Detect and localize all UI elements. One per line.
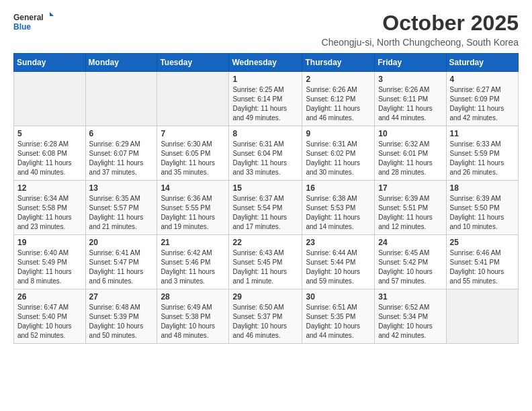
day-cell: 12Sunrise: 6:34 AM Sunset: 5:58 PM Dayli…: [14, 181, 86, 235]
day-info: Sunrise: 6:49 AM Sunset: 5:38 PM Dayligh…: [161, 303, 225, 340]
day-cell: 18Sunrise: 6:39 AM Sunset: 5:50 PM Dayli…: [446, 181, 518, 235]
day-info: Sunrise: 6:50 AM Sunset: 5:37 PM Dayligh…: [232, 303, 298, 340]
day-cell: 15Sunrise: 6:37 AM Sunset: 5:54 PM Dayli…: [229, 181, 302, 235]
day-number: 26: [17, 292, 82, 302]
day-info: Sunrise: 6:40 AM Sunset: 5:49 PM Dayligh…: [17, 248, 82, 286]
title-block: October 2025 Cheongju-si, North Chungche…: [322, 11, 519, 48]
day-cell: 7Sunrise: 6:30 AM Sunset: 6:05 PM Daylig…: [157, 126, 229, 181]
day-number: 28: [161, 292, 225, 302]
week-row-5: 26Sunrise: 6:47 AM Sunset: 5:40 PM Dayli…: [14, 289, 519, 344]
day-info: Sunrise: 6:31 AM Sunset: 6:02 PM Dayligh…: [306, 140, 371, 177]
day-info: Sunrise: 6:43 AM Sunset: 5:45 PM Dayligh…: [232, 248, 298, 286]
subtitle: Cheongju-si, North Chungcheong, South Ko…: [322, 37, 519, 48]
header-row: SundayMondayTuesdayWednesdayThursdayFrid…: [14, 54, 519, 72]
day-number: 18: [450, 183, 515, 193]
day-cell: [85, 72, 157, 126]
day-number: 27: [89, 292, 154, 302]
day-number: 9: [306, 129, 371, 138]
day-cell: 13Sunrise: 6:35 AM Sunset: 5:57 PM Dayli…: [85, 181, 157, 235]
day-info: Sunrise: 6:47 AM Sunset: 5:40 PM Dayligh…: [17, 303, 82, 340]
day-number: 25: [450, 238, 515, 247]
day-info: Sunrise: 6:28 AM Sunset: 6:08 PM Dayligh…: [17, 140, 82, 177]
calendar-header: SundayMondayTuesdayWednesdayThursdayFrid…: [14, 54, 519, 72]
day-number: 10: [378, 129, 442, 138]
col-header-friday: Friday: [375, 54, 446, 72]
day-number: 15: [232, 183, 298, 193]
col-header-monday: Monday: [85, 54, 157, 72]
day-info: Sunrise: 6:27 AM Sunset: 6:09 PM Dayligh…: [450, 85, 515, 123]
day-cell: 19Sunrise: 6:40 AM Sunset: 5:49 PM Dayli…: [14, 235, 86, 289]
day-info: Sunrise: 6:26 AM Sunset: 6:12 PM Dayligh…: [306, 85, 371, 123]
day-number: 6: [89, 129, 154, 138]
day-info: Sunrise: 6:37 AM Sunset: 5:54 PM Dayligh…: [232, 194, 298, 232]
month-title: October 2025: [322, 11, 519, 36]
day-info: Sunrise: 6:30 AM Sunset: 6:05 PM Dayligh…: [161, 140, 225, 177]
day-number: 22: [232, 238, 298, 247]
day-number: 2: [306, 75, 371, 84]
day-number: 14: [161, 183, 225, 193]
day-info: Sunrise: 6:45 AM Sunset: 5:42 PM Dayligh…: [378, 248, 442, 286]
day-number: 23: [306, 238, 371, 247]
day-cell: 16Sunrise: 6:38 AM Sunset: 5:53 PM Dayli…: [302, 181, 375, 235]
logo-svg: General Blue: [13, 11, 54, 35]
col-header-thursday: Thursday: [302, 54, 375, 72]
svg-text:General: General: [13, 13, 44, 22]
day-number: 20: [89, 238, 154, 247]
day-cell: 10Sunrise: 6:32 AM Sunset: 6:01 PM Dayli…: [375, 126, 446, 181]
day-cell: 1Sunrise: 6:25 AM Sunset: 6:14 PM Daylig…: [229, 72, 302, 126]
day-cell: 6Sunrise: 6:29 AM Sunset: 6:07 PM Daylig…: [85, 126, 157, 181]
day-cell: 28Sunrise: 6:49 AM Sunset: 5:38 PM Dayli…: [157, 289, 229, 344]
col-header-tuesday: Tuesday: [157, 54, 229, 72]
week-row-4: 19Sunrise: 6:40 AM Sunset: 5:49 PM Dayli…: [14, 235, 519, 289]
day-info: Sunrise: 6:39 AM Sunset: 5:51 PM Dayligh…: [378, 194, 442, 232]
day-info: Sunrise: 6:36 AM Sunset: 5:55 PM Dayligh…: [161, 194, 225, 232]
day-number: 11: [450, 129, 515, 138]
day-cell: 14Sunrise: 6:36 AM Sunset: 5:55 PM Dayli…: [157, 181, 229, 235]
day-number: 3: [378, 75, 442, 84]
day-cell: 9Sunrise: 6:31 AM Sunset: 6:02 PM Daylig…: [302, 126, 375, 181]
day-info: Sunrise: 6:38 AM Sunset: 5:53 PM Dayligh…: [306, 194, 371, 232]
day-number: 30: [306, 292, 371, 302]
day-cell: 23Sunrise: 6:44 AM Sunset: 5:44 PM Dayli…: [302, 235, 375, 289]
day-cell: [14, 72, 86, 126]
day-info: Sunrise: 6:42 AM Sunset: 5:46 PM Dayligh…: [161, 248, 225, 286]
day-cell: 17Sunrise: 6:39 AM Sunset: 5:51 PM Dayli…: [375, 181, 446, 235]
day-cell: [446, 289, 518, 344]
day-cell: 31Sunrise: 6:52 AM Sunset: 5:34 PM Dayli…: [375, 289, 446, 344]
day-number: 1: [232, 75, 298, 84]
day-info: Sunrise: 6:39 AM Sunset: 5:50 PM Dayligh…: [450, 194, 515, 232]
col-header-sunday: Sunday: [14, 54, 86, 72]
day-number: 13: [89, 183, 154, 193]
day-info: Sunrise: 6:29 AM Sunset: 6:07 PM Dayligh…: [89, 140, 154, 177]
day-cell: 2Sunrise: 6:26 AM Sunset: 6:12 PM Daylig…: [302, 72, 375, 126]
logo: General Blue: [13, 11, 54, 35]
day-cell: 30Sunrise: 6:51 AM Sunset: 5:35 PM Dayli…: [302, 289, 375, 344]
svg-text:Blue: Blue: [13, 22, 31, 32]
day-cell: 4Sunrise: 6:27 AM Sunset: 6:09 PM Daylig…: [446, 72, 518, 126]
day-cell: 29Sunrise: 6:50 AM Sunset: 5:37 PM Dayli…: [229, 289, 302, 344]
day-cell: [157, 72, 229, 126]
day-number: 29: [232, 292, 298, 302]
day-number: 21: [161, 238, 225, 247]
day-info: Sunrise: 6:44 AM Sunset: 5:44 PM Dayligh…: [306, 248, 371, 286]
day-info: Sunrise: 6:41 AM Sunset: 5:47 PM Dayligh…: [89, 248, 154, 286]
col-header-wednesday: Wednesday: [229, 54, 302, 72]
day-cell: 11Sunrise: 6:33 AM Sunset: 5:59 PM Dayli…: [446, 126, 518, 181]
day-info: Sunrise: 6:48 AM Sunset: 5:39 PM Dayligh…: [89, 303, 154, 340]
day-info: Sunrise: 6:52 AM Sunset: 5:34 PM Dayligh…: [378, 303, 442, 340]
day-cell: 27Sunrise: 6:48 AM Sunset: 5:39 PM Dayli…: [85, 289, 157, 344]
day-cell: 5Sunrise: 6:28 AM Sunset: 6:08 PM Daylig…: [14, 126, 86, 181]
day-info: Sunrise: 6:32 AM Sunset: 6:01 PM Dayligh…: [378, 140, 442, 177]
day-number: 17: [378, 183, 442, 193]
day-info: Sunrise: 6:31 AM Sunset: 6:04 PM Dayligh…: [232, 140, 298, 177]
day-cell: 21Sunrise: 6:42 AM Sunset: 5:46 PM Dayli…: [157, 235, 229, 289]
day-cell: 3Sunrise: 6:26 AM Sunset: 6:11 PM Daylig…: [375, 72, 446, 126]
day-number: 24: [378, 238, 442, 247]
day-cell: 26Sunrise: 6:47 AM Sunset: 5:40 PM Dayli…: [14, 289, 86, 344]
day-number: 31: [378, 292, 442, 302]
day-cell: 25Sunrise: 6:46 AM Sunset: 5:41 PM Dayli…: [446, 235, 518, 289]
calendar-table: SundayMondayTuesdayWednesdayThursdayFrid…: [13, 53, 519, 344]
day-cell: 24Sunrise: 6:45 AM Sunset: 5:42 PM Dayli…: [375, 235, 446, 289]
svg-marker-2: [50, 12, 54, 16]
week-row-1: 1Sunrise: 6:25 AM Sunset: 6:14 PM Daylig…: [14, 72, 519, 126]
